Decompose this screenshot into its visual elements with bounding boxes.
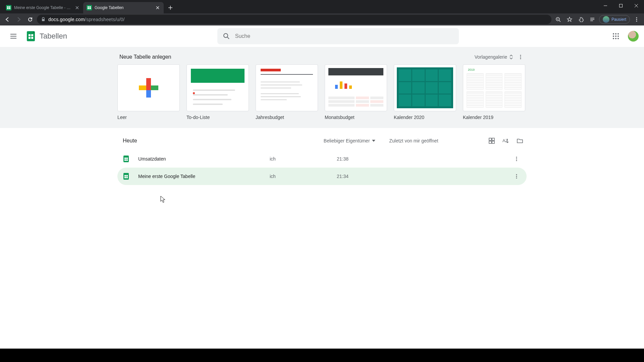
svg-rect-50 [489,138,491,140]
reading-list-icon[interactable] [588,15,597,24]
sheets-logo-icon[interactable] [24,29,38,43]
windows-taskbar[interactable] [0,349,644,362]
profile-label: Pausiert [611,17,626,22]
template-blank[interactable]: Leer [117,64,180,120]
owner-filter-label: Beliebiger Eigentümer [324,138,370,143]
profile-chip[interactable]: Pausiert [599,15,630,24]
window-minimize-button[interactable] [598,0,613,11]
doc-time: 21:38 [337,156,437,162]
new-tab-button[interactable] [166,3,175,12]
svg-point-45 [615,38,616,39]
svg-line-37 [227,37,229,39]
svg-rect-52 [489,141,491,143]
gallery-label: Vorlagengalerie [475,54,507,60]
svg-point-38 [613,33,614,35]
app-header: Tabellen [0,25,644,47]
window-close-button[interactable] [629,0,644,11]
main-menu-button[interactable] [5,28,21,44]
nav-back-button[interactable] [3,15,12,24]
tab-title: Google Tabellen [95,5,152,10]
svg-rect-15 [620,4,623,7]
account-avatar[interactable] [628,31,639,42]
template-monthly-budget[interactable]: Monatsbudget [325,64,387,120]
app-title: Tabellen [40,32,67,41]
template-label: Monatsbudget [325,115,387,120]
docs-section-title: Heute [120,138,261,144]
window-maximize-button[interactable] [613,0,629,11]
owner-filter-dropdown[interactable]: Beliebiger Eigentümer [324,138,389,143]
svg-point-67 [516,176,517,177]
svg-point-46 [618,38,619,39]
svg-point-27 [636,19,637,20]
url-text: docs.google.com/spreadsheets/u/0/ [48,17,125,22]
template-label: Kalender 2020 [394,115,456,120]
svg-point-68 [516,178,517,179]
tab-close-icon[interactable] [155,5,160,10]
svg-point-40 [618,33,619,35]
tab-close-icon[interactable] [74,5,80,10]
doc-row[interactable]: Umsatzdaten ich 21:38 [117,150,527,168]
chrome-menu-icon[interactable] [632,15,641,24]
sheets-favicon-icon [87,5,92,10]
svg-point-49 [520,58,521,59]
svg-point-43 [618,36,619,37]
svg-rect-51 [492,138,494,140]
open-folder-button[interactable] [516,137,524,145]
template-todo[interactable]: To-do-Liste [186,64,249,120]
svg-point-39 [615,33,616,35]
sort-az-button[interactable]: AZ [502,137,510,145]
doc-more-button[interactable] [514,174,522,179]
template-calendar-2020[interactable]: Kalender 2020 [394,64,456,120]
search-input[interactable] [235,33,453,39]
svg-point-47 [520,55,521,56]
browser-toolbar: docs.google.com/spreadsheets/u/0/ Pausie… [0,13,644,25]
doc-more-button[interactable] [514,156,522,162]
template-gallery-strip: Neue Tabelle anlegen Vorlagengalerie Lee… [0,47,644,128]
sort-label[interactable]: Zuletzt von mir geöffnet [389,138,488,143]
doc-name: Umsatzdaten [138,156,270,162]
svg-point-60 [516,159,517,160]
sheets-favicon-icon [6,5,11,10]
address-bar[interactable]: docs.google.com/spreadsheets/u/0/ [37,15,551,24]
bookmark-star-icon[interactable] [565,15,574,24]
browser-tab[interactable]: Meine erste Google Tabelle - Go [3,2,83,13]
svg-rect-53 [492,141,494,143]
svg-point-42 [615,36,616,37]
svg-point-59 [516,157,517,158]
template-calendar-2019[interactable]: 2019 Kalender 2019 [463,64,525,120]
svg-line-20 [559,20,560,22]
new-sheet-title: Neue Tabelle anlegen [119,54,171,60]
zoom-icon[interactable] [553,15,563,24]
svg-rect-18 [42,19,45,21]
docs-list-header: Heute Beliebiger Eigentümer Zuletzt von … [117,134,527,150]
svg-point-44 [613,38,614,39]
doc-owner: ich [270,174,337,179]
svg-point-48 [520,57,521,58]
template-more-button[interactable] [517,53,525,61]
search-bar[interactable] [217,28,459,44]
svg-point-41 [613,36,614,37]
lock-icon [41,17,46,22]
browser-tabstrip: Meine erste Google Tabelle - Go Google T… [0,0,644,13]
tab-title: Meine erste Google Tabelle - Go [14,5,72,10]
google-apps-button[interactable] [609,29,623,43]
profile-avatar-icon [603,16,609,23]
template-gallery-button[interactable]: Vorlagengalerie [474,52,514,62]
browser-tab[interactable]: Google Tabellen [83,2,164,13]
svg-point-28 [636,21,637,22]
doc-name: Meine erste Google Tabelle [138,174,270,179]
svg-point-36 [224,34,228,38]
svg-point-26 [636,17,637,18]
template-yearly-budget[interactable]: Jahresbudget [256,64,318,120]
nav-forward-button[interactable] [14,15,23,24]
doc-owner: ich [270,156,337,162]
doc-time: 21:34 [337,174,437,179]
grid-view-button[interactable] [488,137,496,145]
extensions-icon[interactable] [576,15,586,24]
dropdown-arrow-icon [372,140,375,142]
doc-row[interactable]: Meine erste Google Tabelle ich 21:34 [117,168,527,185]
plus-icon [139,78,158,98]
svg-point-61 [516,160,517,161]
nav-reload-button[interactable] [25,15,35,24]
year-badge: 2019 [468,68,475,71]
